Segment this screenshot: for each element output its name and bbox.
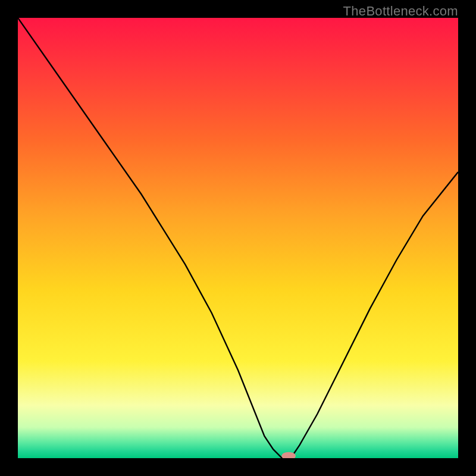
chart-frame: TheBottleneck.com	[0, 0, 476, 476]
gradient-background	[18, 18, 458, 458]
bottleneck-chart	[18, 18, 458, 458]
watermark-text: TheBottleneck.com	[343, 4, 458, 19]
plot-area	[18, 18, 458, 458]
